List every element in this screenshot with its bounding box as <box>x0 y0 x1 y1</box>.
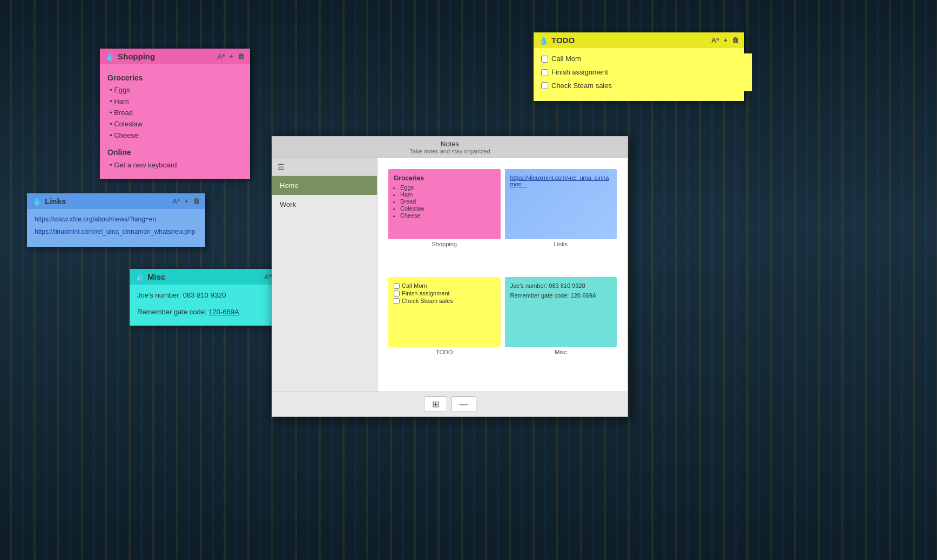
notes-content: ☰ Home Work Groceries Eggs Ham Bread Col… <box>272 158 628 392</box>
card-todo-check-3[interactable] <box>394 298 400 304</box>
todo-checkbox-2[interactable] <box>541 69 548 76</box>
delete-note-icon-todo[interactable]: 🗑 <box>732 36 739 44</box>
card-links-label: Links <box>505 239 617 249</box>
drop-icon: 💧 <box>105 52 114 61</box>
notes-main: Groceries Eggs Ham Bread Coleslaw Cheese… <box>378 158 628 392</box>
grocery-cheese: Cheese <box>107 130 242 141</box>
notes-footer: ⊞ — <box>272 392 628 416</box>
sticky-shopping-body: Groceries Eggs Ham Bread Coleslaw Cheese… <box>100 64 250 179</box>
add-note-button[interactable]: ⊞ <box>424 396 447 412</box>
notes-grid: Groceries Eggs Ham Bread Coleslaw Cheese… <box>383 164 622 386</box>
note-card-misc[interactable]: Joe's number: 083 810 9320 Remember gate… <box>505 277 617 381</box>
sidebar-header: ☰ <box>272 158 377 176</box>
sticky-todo-header: 💧 TODO Aᵃ + 🗑 <box>534 32 744 48</box>
card-item-coleslaw: Coleslaw <box>400 205 495 212</box>
remove-note-button[interactable]: — <box>451 396 476 412</box>
card-link-linuxmint[interactable]: https://-linuxmint.com/-rel_uma_cinnamon… <box>510 174 612 187</box>
sticky-links-body: https://www.xfce.org/about/news/?lang=en… <box>27 209 205 247</box>
grocery-eggs: Eggs <box>107 85 242 96</box>
link-linuxmint[interactable]: https://linuxmint.com/rel_uma_cinnamon_w… <box>35 227 198 237</box>
card-misc-label: Misc <box>505 347 617 357</box>
sidebar-item-work[interactable]: Work <box>272 195 377 214</box>
notes-app-window: Notes Take notes and stay organized ☰ Ho… <box>272 136 628 417</box>
drop-icon-misc: 💧 <box>135 273 144 281</box>
groceries-header: Groceries <box>107 72 242 84</box>
todo-checkbox-1[interactable] <box>541 56 548 63</box>
card-todo-label-1: Call Mom <box>402 282 427 289</box>
card-todo-label: TODO <box>388 347 501 357</box>
card-todo-check-1[interactable] <box>394 283 400 289</box>
card-todo-check-2[interactable] <box>394 291 400 296</box>
link-xfce[interactable]: https://www.xfce.org/about/news/?lang=en <box>35 214 198 225</box>
sticky-shopping: 💧 Shopping Aᵃ + 🗑 Groceries Eggs Ham Bre… <box>100 49 250 179</box>
sticky-todo-title: TODO <box>551 36 711 45</box>
note-card-links-inner: https://-linuxmint.com/-rel_uma_cinnamon… <box>505 169 617 239</box>
sticky-shopping-header: 💧 Shopping Aᵃ + 🗑 <box>100 49 250 64</box>
add-note-icon-links[interactable]: + <box>184 197 188 205</box>
font-size-icon-misc[interactable]: Aᵃ <box>264 273 272 281</box>
misc-gate: Remember gate code: 120-669A <box>137 307 289 318</box>
sticky-todo-actions: Aᵃ + 🗑 <box>711 36 739 44</box>
delete-note-icon-links[interactable]: 🗑 <box>193 197 200 205</box>
card-shopping-title: Groceries <box>394 174 495 182</box>
todo-call-mom: Call Mom <box>541 53 752 65</box>
font-size-icon-links[interactable]: Aᵃ <box>172 197 180 205</box>
note-card-shopping[interactable]: Groceries Eggs Ham Bread Coleslaw Cheese… <box>388 169 501 273</box>
sticky-misc-title: Misc <box>147 272 264 281</box>
sticky-links-actions: Aᵃ + 🗑 <box>172 197 200 205</box>
online-header: Online <box>107 146 242 158</box>
todo-check-steam: Check Steam sales <box>541 80 752 92</box>
todo-finish-assignment: Finish assignment <box>541 67 752 78</box>
card-item-ham: Ham <box>400 191 495 198</box>
card-misc-gate: Remember gate code: 120-669A <box>510 292 612 299</box>
card-shopping-label: Shopping <box>388 239 501 249</box>
card-todo-row-2: Finish assignment <box>394 290 495 296</box>
add-note-icon-todo[interactable]: + <box>723 36 727 44</box>
notes-titlebar: Notes Take notes and stay organized <box>272 137 628 158</box>
card-item-eggs: Eggs <box>400 184 495 191</box>
note-card-misc-inner: Joe's number: 083 810 9320 Remember gate… <box>505 277 617 347</box>
drop-icon-todo: 💧 <box>539 36 548 45</box>
sticky-todo: 💧 TODO Aᵃ + 🗑 Call Mom Finish assignment… <box>534 32 744 101</box>
font-size-icon-todo[interactable]: Aᵃ <box>711 36 719 44</box>
card-shopping-list: Eggs Ham Bread Coleslaw Cheese <box>394 184 495 219</box>
font-size-icon[interactable]: Aᵃ <box>217 52 225 60</box>
card-todo-row-3: Check Steam sales <box>394 298 495 304</box>
delete-note-icon[interactable]: 🗑 <box>238 52 245 60</box>
hamburger-icon[interactable]: ☰ <box>278 163 285 171</box>
todo-label-1: Call Mom <box>551 53 581 65</box>
notes-sidebar: ☰ Home Work <box>272 158 378 392</box>
card-item-bread: Bread <box>400 198 495 205</box>
sticky-links: 💧 Links Aᵃ + 🗑 https://www.xfce.org/abou… <box>27 193 205 247</box>
app-title: Notes <box>278 140 622 148</box>
card-todo-label-3: Check Steam sales <box>402 298 453 304</box>
card-misc-phone: Joe's number: 083 810 9320 <box>510 282 612 289</box>
gate-code-link[interactable]: 120-669A <box>208 308 239 316</box>
app-subtitle: Take notes and stay organized <box>278 148 622 154</box>
drop-icon-links: 💧 <box>32 197 42 206</box>
grocery-coleslaw: Coleslaw <box>107 119 242 130</box>
sidebar-item-home[interactable]: Home <box>272 176 377 195</box>
card-item-cheese: Cheese <box>400 212 495 219</box>
card-todo-row-1: Call Mom <box>394 282 495 289</box>
card-todo-label-2: Finish assignment <box>402 290 450 296</box>
grocery-ham: Ham <box>107 96 242 107</box>
sticky-todo-body: Call Mom Finish assignment Check Steam s… <box>534 48 744 101</box>
sticky-links-title: Links <box>45 197 172 206</box>
note-card-todo-inner: Call Mom Finish assignment Check Steam s… <box>388 277 501 347</box>
grocery-bread: Bread <box>107 107 242 119</box>
todo-label-2: Finish assignment <box>551 67 608 78</box>
note-card-links[interactable]: https://-linuxmint.com/-rel_uma_cinnamon… <box>505 169 617 273</box>
sticky-shopping-actions: Aᵃ + 🗑 <box>217 52 245 60</box>
sticky-shopping-title: Shopping <box>118 52 217 61</box>
note-card-shopping-inner: Groceries Eggs Ham Bread Coleslaw Cheese <box>388 169 501 239</box>
add-note-icon[interactable]: + <box>229 52 233 60</box>
todo-label-3: Check Steam sales <box>551 80 612 92</box>
todo-checkbox-3[interactable] <box>541 82 548 89</box>
sticky-links-header: 💧 Links Aᵃ + 🗑 <box>27 193 205 209</box>
online-keyboard: Get a new keyboard <box>107 160 242 171</box>
misc-phone: Joe's number: 083 810 9320 <box>137 290 289 301</box>
note-card-todo[interactable]: Call Mom Finish assignment Check Steam s… <box>388 277 501 381</box>
